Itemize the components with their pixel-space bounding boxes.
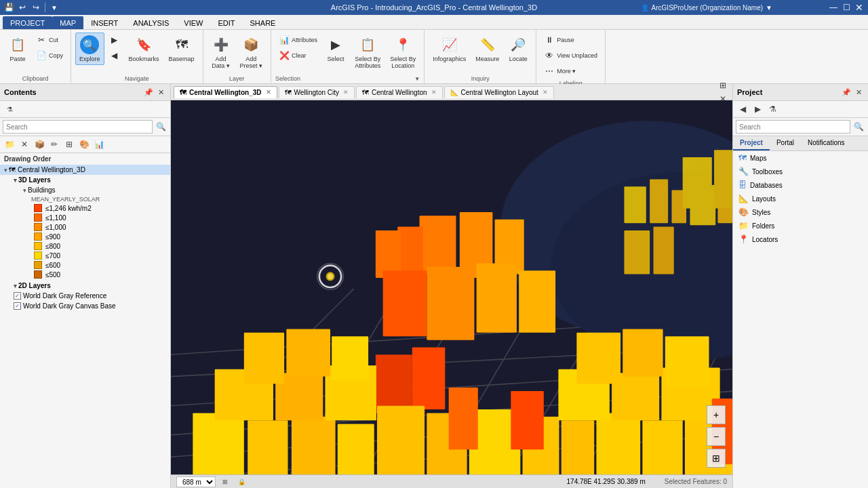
world-dark-ref-checkbox[interactable] — [14, 292, 21, 300]
paste-button[interactable]: 📋 Paste — [4, 33, 31, 65]
svg-rect-22 — [714, 150, 732, 208]
select-by-attributes-button[interactable]: 📋 Select ByAttributes — [351, 33, 384, 72]
nav-forward-button[interactable]: ▶ — [106, 33, 123, 47]
attributes-button[interactable]: 📊 Attributes — [275, 33, 321, 47]
project-back-button[interactable]: ◀ — [736, 102, 749, 116]
infographics-button[interactable]: 📈 Infographics — [429, 33, 470, 65]
map-tab-3d[interactable]: 🗺 Central Wellington_3D ✕ — [174, 86, 277, 98]
project-filter-button[interactable]: ⚗ — [766, 102, 779, 116]
explore-button[interactable]: 🔍 Explore — [75, 33, 104, 65]
2d-layers-header[interactable]: ▾ 2D Layers — [0, 281, 170, 291]
map-root-item[interactable]: ▾ 🗺 Central Wellington_3D — [0, 165, 170, 175]
save-icon[interactable]: 💾 — [3, 1, 15, 14]
project-pin-button[interactable]: 📌 — [841, 87, 852, 98]
legend-color-500 — [34, 270, 42, 279]
project-item-databases[interactable]: 🗄 Databases — [733, 178, 868, 192]
ribbon-group-navigate: 🔍 Explore ▶ ◀ 🔖 Bookmarks 🗺 Basemap Navi… — [71, 30, 203, 83]
map-tab-city-close[interactable]: ✕ — [343, 89, 349, 96]
tab-project[interactable]: PROJECT — [3, 16, 52, 29]
add-data-button[interactable]: ➕ AddData ▾ — [208, 33, 235, 72]
filter-button[interactable]: ⚗ — [3, 102, 16, 116]
map-root-arrow: ▾ — [4, 167, 7, 174]
undo-icon[interactable]: ↩ — [16, 1, 28, 14]
tab-edit[interactable]: EDIT — [210, 16, 242, 29]
symbology-button[interactable]: 🎨 — [77, 138, 91, 151]
scale-options-button[interactable]: ⊞ — [218, 475, 232, 489]
project-item-maps[interactable]: 🗺 Maps — [733, 151, 868, 165]
map-tab-central-close[interactable]: ✕ — [431, 89, 437, 96]
project-tab-notifications[interactable]: Notifications — [801, 136, 851, 150]
user-dropdown-icon[interactable]: ▼ — [766, 4, 772, 12]
customize-qat-icon[interactable]: ▼ — [48, 1, 60, 14]
tab-map[interactable]: MAP — [52, 16, 83, 29]
world-dark-canvas-item[interactable]: World Dark Gray Canvas Base — [0, 301, 170, 311]
project-forward-button[interactable]: ▶ — [751, 102, 764, 116]
pause-button[interactable]: ⏸ Pause — [540, 33, 601, 47]
redo-icon[interactable]: ↪ — [30, 1, 42, 14]
scale-dropdown[interactable]: 688 m — [176, 476, 216, 487]
project-item-folders[interactable]: 📁 Folders — [733, 219, 868, 232]
zoom-out-button[interactable]: − — [707, 427, 726, 446]
search-button[interactable]: 🔍 — [154, 120, 167, 134]
map-tab-layout-close[interactable]: ✕ — [542, 89, 548, 96]
contents-close-button[interactable]: ✕ — [155, 87, 166, 98]
minimize-button[interactable]: — — [827, 1, 840, 14]
project-item-layouts[interactable]: 📐 Layouts — [733, 192, 868, 205]
project-tab-project[interactable]: Project — [733, 136, 770, 150]
maximize-button[interactable]: ☐ — [840, 1, 852, 14]
3d-layers-header[interactable]: ▾ 3D Layers — [0, 175, 170, 185]
view-unplaced-button[interactable]: 👁 View Unplaced — [540, 48, 601, 63]
map-tab-city[interactable]: 🗺 Wellington City ✕ — [279, 86, 355, 98]
world-dark-canvas-checkbox[interactable] — [14, 302, 21, 310]
group-layer-button[interactable]: 📦 — [33, 138, 46, 151]
project-tab-portal[interactable]: Portal — [770, 136, 801, 150]
measure-button[interactable]: 📏 Measure — [471, 33, 503, 65]
close-button[interactable]: ✕ — [853, 1, 865, 14]
buildings-item[interactable]: ▾ Buildings — [19, 185, 170, 195]
label-button[interactable]: ✏ — [47, 138, 61, 151]
zoom-to-extent-button[interactable]: ⊞ — [707, 449, 726, 468]
attributes-btn[interactable]: ⊞ — [62, 138, 76, 151]
project-close-button[interactable]: ✕ — [853, 87, 864, 98]
copy-button[interactable]: 📄 Copy — [33, 48, 66, 63]
map-maximize-button[interactable]: ⊞ — [716, 79, 730, 92]
locate-button[interactable]: 🔎 Locate — [505, 33, 532, 65]
map-canvas[interactable]: + − ⊞ — [171, 100, 732, 474]
select-button[interactable]: ▶ Select — [322, 33, 349, 65]
map-tab-central[interactable]: 🗺 Central Wellington ✕ — [356, 86, 443, 98]
tab-insert[interactable]: INSERT — [83, 16, 125, 29]
project-search-input[interactable] — [736, 120, 850, 134]
svg-rect-54 — [511, 391, 544, 449]
tab-view[interactable]: VIEW — [176, 16, 210, 29]
svg-rect-58 — [286, 329, 330, 376]
world-dark-canvas-label: World Dark Gray Canvas Base — [23, 302, 116, 310]
add-layer-button[interactable]: 📁 — [3, 138, 16, 151]
clear-button[interactable]: ❌ Clear — [275, 48, 321, 63]
chart-button[interactable]: 📊 — [92, 138, 106, 151]
scale-lock-button[interactable]: 🔒 — [235, 475, 248, 489]
nav-back-button[interactable]: ◀ — [106, 48, 123, 63]
map-tools-overlay: + − ⊞ — [707, 405, 726, 468]
project-item-styles[interactable]: 🎨 Styles — [733, 205, 868, 219]
cut-button[interactable]: ✂ Cut — [33, 33, 66, 47]
map-tab-layout[interactable]: 📐 Central Wellington Layout ✕ — [444, 86, 554, 98]
more-labeling-button[interactable]: ⋯ More ▾ — [540, 64, 601, 79]
select-by-location-button[interactable]: 📍 Select ByLocation — [386, 33, 420, 72]
contents-pin-button[interactable]: 📌 — [143, 87, 154, 98]
contents-search-input[interactable] — [3, 120, 153, 134]
world-dark-ref-item[interactable]: World Dark Gray Reference — [0, 291, 170, 301]
remove-layer-button[interactable]: ✕ — [18, 138, 31, 151]
tab-share[interactable]: SHARE — [243, 16, 283, 29]
project-item-toolboxes[interactable]: 🔧 Toolboxes — [733, 165, 868, 178]
tab-analysis[interactable]: ANALYSIS — [125, 16, 176, 29]
project-search-button[interactable]: 🔍 — [852, 120, 865, 134]
map-tab-3d-close[interactable]: ✕ — [266, 89, 271, 96]
status-bar: 688 m ⊞ 🔒 174.78E 41.29S 30.389 m Select… — [171, 474, 732, 488]
basemap-button[interactable]: 🗺 Basemap — [165, 33, 199, 65]
zoom-in-button[interactable]: + — [707, 405, 726, 424]
legend-label-1246: ≤1,246 kwh/m2 — [45, 205, 92, 212]
project-item-locators[interactable]: 📍 Locators — [733, 232, 868, 246]
svg-rect-61 — [623, 329, 663, 376]
bookmarks-button[interactable]: 🔖 Bookmarks — [125, 33, 163, 65]
add-preset-button[interactable]: 📦 AddPreset ▾ — [236, 33, 267, 72]
